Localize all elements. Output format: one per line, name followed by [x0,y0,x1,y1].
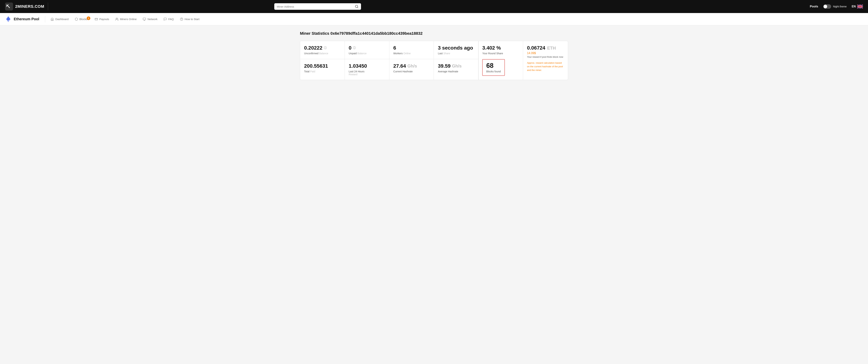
total-paid-label: Total Paid [304,70,341,73]
eth-reward-unit: ETH [547,46,556,51]
total-paid-value-row: 200.55631 [304,63,341,69]
network-icon [143,18,146,21]
logo-icon: ⛏ [5,3,13,10]
svg-point-11 [116,18,117,19]
unpaid-balance-cell: 0 ⓘ Unpaid Balance [345,41,390,59]
search-icon[interactable] [355,5,359,8]
svg-line-3 [358,7,358,8]
left-stats: 0.20222 ⓘ Unconfirmed Balance 0 ⓘ U [300,41,478,80]
last24h-value-row: 1.03450 [349,63,385,69]
blocks-found-section: 3.402 % Your Round Share 68 Blocks found [478,41,523,80]
unconfirmed-balance-label: Unconfirmed Balance [304,52,341,55]
night-theme-area: Night theme [823,4,846,9]
nav-label-blocks: Blocks [80,18,88,21]
current-hashrate-value: 27.64 [393,63,406,69]
nav-item-blocks[interactable]: Blocks 2 [72,16,91,22]
home-icon [51,18,54,21]
right-stats: 3.402 % Your Round Share 68 Blocks found… [478,41,568,80]
total-paid-cell: 200.55631 Total Paid [300,59,345,80]
nav-label-dashboard: Dashboard [55,18,68,21]
search-box [274,3,361,10]
last24h-value: 1.03450 [349,63,367,69]
avg-hashrate-cell: 39.59 Gh/s Average Hashrate [434,59,478,80]
search-input[interactable] [277,5,353,8]
nav-item-dashboard[interactable]: Dashboard [48,16,71,22]
header-right: Pools Night theme EN [810,4,863,9]
reward-label: Your reward if pool finds block now [527,56,564,58]
current-hashrate-value-row: 27.64 Gh/s [393,63,430,69]
last-share-value-row: 3 seconds ago [438,45,474,51]
main-content: Miner Statistics 0x6e79789dffa1c440141da… [295,25,573,86]
avg-hashrate-value-row: 39.59 Gh/s [438,63,474,69]
night-theme-label: Night theme [833,5,846,8]
faq-icon [163,18,167,21]
blocks-icon [75,18,78,21]
payouts-icon [95,18,98,21]
unconfirmed-balance-value: 0.20222 [304,45,322,51]
last-share-label: Last Share [438,52,474,55]
nav-label-payouts: Payouts [99,18,109,21]
blocks-found-box: 68 Blocks found [482,59,505,76]
nav-item-payouts[interactable]: Payouts [92,16,112,22]
night-theme-toggle[interactable] [823,4,831,9]
logo-text: 2MINERS.COM [15,4,44,9]
miner-title: Miner Statistics 0x6e79789dffa1c440141da… [300,31,568,36]
workers-label: Workers Online [393,52,430,55]
stats-container: 0.20222 ⓘ Unconfirmed Balance 0 ⓘ U [300,41,568,80]
nav-label-network: Network [148,18,157,21]
avg-hashrate-unit: Gh/s [452,63,462,68]
round-share-area: 3.402 % Your Round Share [482,45,503,55]
workers-value: 6 [393,45,396,51]
navbar: Ethereum Pool Dashboard Blocks 2 Payouts… [0,13,868,25]
round-share-value-row: 3.402 % [482,45,503,51]
stats-bottom-row: 200.55631 Total Paid 1.03450 Last 24 Hou… [300,59,478,80]
nav-item-miners-online[interactable]: Miners Online [113,16,139,22]
header: ⛏ 2MINERS.COM Pools Night theme EN [0,0,868,13]
unpaid-balance-value: 0 [349,45,351,51]
nav-label-how-to-start: How to Start [185,18,200,21]
current-hashrate-cell: 27.64 Gh/s Current Hashrate [390,59,434,80]
current-hashrate-label: Current Hashrate [393,70,430,73]
nav-label-miners-online: Miners Online [120,18,137,21]
last24h-cell: 1.03450 Last 24 Hours Reward [345,59,390,80]
nav-item-network[interactable]: Network [140,16,160,22]
flag-icon [857,4,863,8]
unpaid-balance-value-row: 0 ⓘ [349,45,385,51]
blocks-found-label: Blocks found [486,70,501,73]
pool-title-area: Ethereum Pool [5,16,45,22]
svg-text:⛏: ⛏ [6,4,10,9]
miners-icon [115,18,119,21]
approx-text: Approx. reward calculation based on the … [527,61,564,72]
unconfirmed-info-icon[interactable]: ⓘ [324,46,327,50]
workers-cell: 6 Workers Online [390,41,434,59]
nav-links: Dashboard Blocks 2 Payouts Miners Online… [48,16,863,22]
lang-area[interactable]: EN [852,4,863,8]
svg-rect-9 [95,18,98,20]
unconfirmed-balance-value-row: 0.20222 ⓘ [304,45,341,51]
blocks-badge: 2 [87,17,90,20]
nav-label-faq: FAQ [168,18,174,21]
unpaid-info-icon[interactable]: ⓘ [353,46,356,50]
current-hashrate-unit: Gh/s [407,63,417,68]
last-share-cell: 3 seconds ago Last Share [434,41,478,59]
blocks-found-value: 68 [486,62,501,69]
pool-title: Ethereum Pool [14,17,39,21]
last24h-label: Last 24 Hours Reward [349,70,385,76]
eth-reward-section: 0.06724 ETH 14.09$ Your reward if pool f… [523,41,568,80]
round-share-label: Your Round Share [482,52,503,55]
avg-hashrate-value: 39.59 [438,63,451,69]
total-paid-value: 200.55631 [304,63,328,69]
pools-link[interactable]: Pools [810,5,818,8]
eth-reward-value-row: 0.06724 ETH [527,45,564,51]
last-share-value: 3 seconds ago [438,45,473,51]
svg-rect-12 [143,18,146,20]
round-share-value: 3.402 % [482,45,501,51]
eth-icon [5,16,11,22]
howto-icon [180,18,183,21]
avg-hashrate-label: Average Hashrate [438,70,474,73]
eth-usd-value: 14.09$ [527,52,564,55]
nav-item-how-to-start[interactable]: How to Start [178,16,202,22]
unconfirmed-balance-cell: 0.20222 ⓘ Unconfirmed Balance [300,41,345,59]
unpaid-balance-label: Unpaid Balance [349,52,385,55]
nav-item-faq[interactable]: FAQ [161,16,176,22]
